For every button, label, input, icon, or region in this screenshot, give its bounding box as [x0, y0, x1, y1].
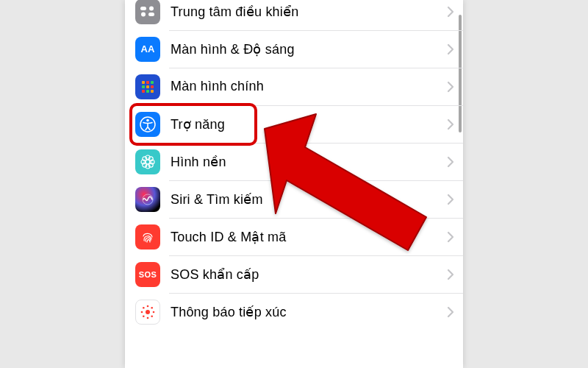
svg-point-33 [151, 315, 153, 317]
settings-row-label: SOS khẩn cấp [171, 266, 447, 283]
chevron-right-icon [447, 306, 454, 318]
settings-row-accessibility[interactable]: Trợ năng [125, 105, 463, 143]
svg-point-32 [143, 315, 145, 317]
wallpaper-icon [135, 149, 160, 174]
chevron-right-icon [447, 269, 454, 280]
settings-row-label: Màn hình chính [171, 79, 447, 94]
svg-rect-10 [142, 90, 145, 93]
touchid-icon [135, 224, 160, 250]
home-screen-icon [135, 74, 160, 99]
settings-row-wallpaper[interactable]: Hình nền [125, 143, 463, 180]
settings-row-label: Hình nền [171, 154, 447, 170]
settings-row-touchid[interactable]: Touch ID & Mật mã [125, 218, 463, 255]
svg-rect-11 [146, 90, 149, 93]
svg-point-28 [141, 311, 143, 313]
settings-row-sos[interactable]: SOS SOS khẩn cấp [125, 255, 463, 293]
svg-point-14 [146, 118, 149, 121]
chevron-right-icon [447, 6, 454, 18]
svg-rect-0 [140, 7, 146, 10]
settings-row-label: Thông báo tiếp xúc [171, 304, 447, 320]
svg-point-25 [146, 310, 150, 314]
settings-list: Trung tâm điều khiển AA Màn hình & Độ sá… [125, 0, 463, 330]
svg-point-1 [149, 6, 154, 10]
chevron-right-icon [447, 81, 454, 93]
svg-rect-5 [146, 81, 149, 84]
settings-row-label: Màn hình & Độ sáng [171, 41, 447, 57]
phone-frame: Trung tâm điều khiển AA Màn hình & Độ sá… [125, 0, 463, 368]
svg-rect-7 [142, 85, 145, 88]
svg-rect-2 [148, 13, 154, 16]
settings-row-home-screen[interactable]: Màn hình chính [125, 68, 463, 105]
chevron-right-icon [447, 231, 454, 243]
svg-point-26 [147, 305, 149, 307]
settings-row-label: Trợ năng [171, 116, 447, 132]
svg-point-30 [143, 307, 145, 309]
settings-row-siri[interactable]: Siri & Tìm kiếm [125, 180, 463, 218]
settings-row-control-center[interactable]: Trung tâm điều khiển [125, 0, 463, 30]
control-center-icon [135, 0, 160, 24]
svg-point-29 [153, 311, 155, 313]
svg-rect-9 [151, 85, 154, 88]
svg-rect-8 [146, 85, 149, 88]
settings-row-label: Siri & Tìm kiếm [171, 191, 447, 208]
settings-row-display[interactable]: AA Màn hình & Độ sáng [125, 30, 463, 68]
settings-row-exposure[interactable]: Thông báo tiếp xúc [125, 293, 463, 330]
display-icon: AA [135, 37, 160, 62]
svg-point-27 [147, 316, 149, 319]
svg-rect-12 [151, 90, 154, 93]
chevron-right-icon [447, 43, 454, 55]
svg-rect-6 [151, 81, 154, 84]
svg-point-31 [151, 307, 153, 309]
svg-point-3 [141, 12, 146, 16]
chevron-right-icon [447, 118, 454, 130]
siri-icon [135, 187, 160, 212]
sos-badge-text: SOS [139, 270, 157, 279]
chevron-right-icon [447, 194, 454, 205]
exposure-icon [135, 300, 160, 325]
screenshot-stage: Trung tâm điều khiển AA Màn hình & Độ sá… [0, 0, 588, 368]
settings-row-label: Trung tâm điều khiển [171, 4, 447, 20]
chevron-right-icon [447, 156, 454, 168]
svg-rect-4 [142, 81, 145, 84]
settings-row-label: Touch ID & Mật mã [171, 229, 447, 245]
accessibility-icon [135, 112, 160, 137]
sos-icon: SOS [135, 262, 160, 287]
